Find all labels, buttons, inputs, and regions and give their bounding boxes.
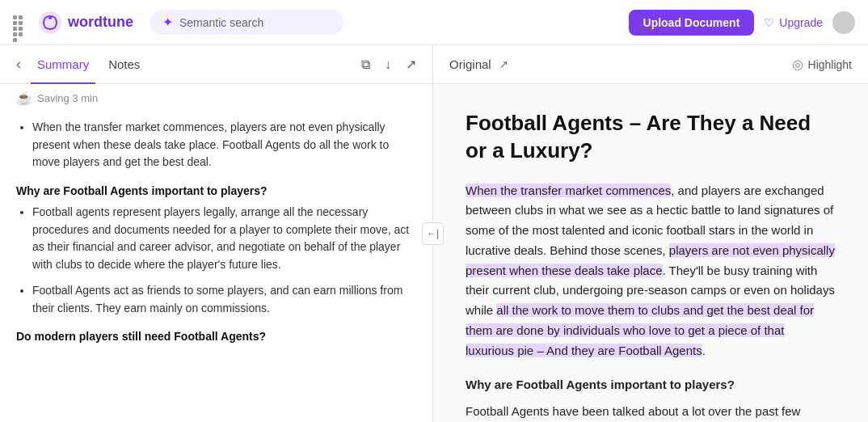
- upgrade-button[interactable]: ♡ Upgrade: [764, 16, 823, 29]
- highlight-icon: ◎: [792, 57, 803, 72]
- search-placeholder: Semantic search: [179, 16, 263, 29]
- svg-point-1: [48, 16, 52, 19]
- list-item: Football Agents act as friends to some p…: [32, 282, 416, 317]
- logo[interactable]: wordtune: [37, 10, 133, 36]
- svg-point-0: [39, 11, 61, 34]
- right-header: Original ↗ ◎ Highlight: [433, 45, 868, 84]
- highlight-button[interactable]: ◎ Highlight: [792, 57, 852, 72]
- section-heading-2: Do modern players still need Football Ag…: [16, 330, 416, 343]
- left-content: When the transfer market commences, play…: [0, 112, 432, 422]
- tab-summary[interactable]: Summary: [31, 45, 95, 84]
- list-item: Football agents represent players legall…: [32, 204, 416, 274]
- external-link-icon[interactable]: ↗: [499, 58, 508, 70]
- tab-notes[interactable]: Notes: [102, 45, 146, 84]
- semantic-search-bar[interactable]: ✦ Semantic search: [150, 10, 343, 35]
- collapse-button[interactable]: ←|: [422, 222, 444, 245]
- share-button[interactable]: ↗: [402, 53, 419, 75]
- grid-menu-icon[interactable]: [13, 15, 27, 30]
- article-paragraph-1: When the transfer market commences, and …: [466, 181, 836, 361]
- highlight-label: Highlight: [808, 58, 852, 71]
- main-panels: ‹ Summary Notes ⧉ ↓ ↗ ☕ Saving 3 min Whe…: [0, 45, 868, 422]
- highlight-span-3: all the work to move them to clubs and g…: [466, 303, 814, 357]
- section-heading-1: Why are Football Agents important to pla…: [16, 184, 416, 197]
- logo-icon: [37, 10, 63, 36]
- search-icon: ✦: [162, 15, 173, 30]
- back-button[interactable]: ‹: [13, 53, 24, 76]
- article-paragraph-2: Football Agents have been talked about a…: [466, 402, 836, 422]
- article-title: Football Agents – Are They a Need or a L…: [466, 110, 836, 165]
- left-header: ‹ Summary Notes ⧉ ↓ ↗: [0, 45, 432, 84]
- avatar[interactable]: [832, 11, 855, 34]
- bullet-list-1: When the transfer market commences, play…: [16, 119, 416, 171]
- list-item: When the transfer market commences, play…: [32, 119, 416, 171]
- article-body: When the transfer market commences, and …: [466, 181, 836, 422]
- saving-indicator: ☕ Saving 3 min: [0, 84, 432, 112]
- left-panel: ‹ Summary Notes ⧉ ↓ ↗ ☕ Saving 3 min Whe…: [0, 45, 433, 422]
- right-panel: Original ↗ ◎ Highlight Football Agents –…: [433, 45, 868, 422]
- highlight-span-1: When the transfer market commences: [466, 184, 671, 197]
- right-content: Football Agents – Are They a Need or a L…: [433, 84, 868, 422]
- article-sub-heading-1: Why are Football Agents important to pla…: [466, 375, 836, 395]
- copy-button[interactable]: ⧉: [358, 54, 373, 75]
- upload-document-button[interactable]: Upload Document: [629, 10, 755, 36]
- topbar: wordtune ✦ Semantic search Upload Docume…: [0, 0, 868, 45]
- original-label: Original: [449, 57, 491, 71]
- bullet-list-2: Football agents represent players legall…: [16, 204, 416, 317]
- saving-icon: ☕: [16, 91, 32, 106]
- heart-icon: ♡: [764, 16, 774, 29]
- header-icons: ⧉ ↓ ↗: [358, 53, 419, 75]
- download-button[interactable]: ↓: [381, 54, 394, 75]
- article-text-3: .: [702, 344, 706, 357]
- logo-text: wordtune: [68, 14, 133, 31]
- saving-text: Saving 3 min: [37, 92, 98, 104]
